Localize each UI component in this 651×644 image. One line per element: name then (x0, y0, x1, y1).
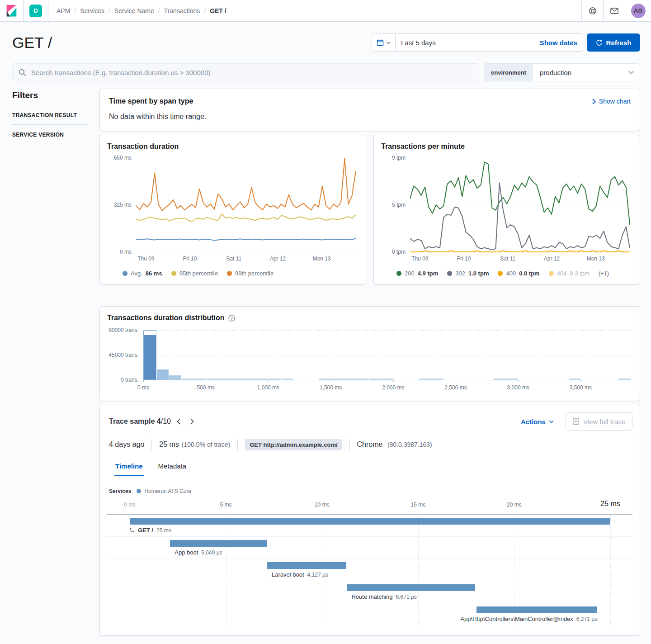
legend-item-302[interactable]: 3021.0 tpm (447, 270, 489, 277)
topbar: D APM/Services/Service Name/Transactions… (0, 0, 651, 22)
legend-item-400[interactable]: 4000.0 tpm (498, 270, 539, 277)
space-switcher[interactable]: D (24, 0, 48, 21)
x-axis-label: 2,500 ms (444, 384, 467, 391)
histogram-plot-area[interactable]: 90000 trans.45000 trans.0 trans. (143, 330, 631, 380)
search-input[interactable] (30, 68, 473, 77)
axis-tick (518, 380, 519, 382)
actions-dropdown[interactable]: Actions (521, 418, 554, 426)
user-menu[interactable]: AG (625, 0, 651, 21)
avatar[interactable]: AG (631, 4, 646, 18)
breadcrumb-item[interactable]: APM (57, 7, 70, 14)
series-line-99th-percentile (136, 159, 356, 211)
date-picker[interactable]: Last 5 days Show dates (372, 33, 583, 52)
breadcrumb: APM/Services/Service Name/Transactions/G… (48, 7, 235, 14)
waterfall-body: GET /25 msApp boot5,049 µsLaravel boot4,… (107, 514, 632, 628)
x-axis-label: 3,000 ms (507, 384, 529, 391)
trace-summary: 4 days ago 25 ms(100.0% of trace) GET ht… (109, 439, 632, 450)
x-axis: Thu 09Fri 10Sat 11Apr 12Mon 13 (410, 256, 630, 263)
space-badge[interactable]: D (29, 5, 42, 17)
x-axis-label: Fri 10 (183, 256, 197, 262)
span-bar[interactable] (347, 584, 475, 591)
span-label[interactable]: Route matching6,671 µs (351, 593, 416, 600)
chevron-down-icon (549, 420, 554, 423)
x-axis-label: 10 ms (315, 502, 330, 508)
chart-series-svg (136, 158, 356, 252)
transaction-bar[interactable] (130, 518, 610, 525)
chart-plot-area[interactable]: 9 tpm5 tpm0 tpm (410, 158, 630, 252)
user-agent: Chrome (80.0.3987.163) (357, 440, 432, 449)
transactions-per-minute-chart: 9 tpm5 tpm0 tpmThu 09Fri 10Sat 11Apr 12M… (381, 158, 632, 277)
transaction-agent-icon (130, 528, 135, 533)
environment-select[interactable]: environment production (484, 63, 640, 81)
chart-legend: 2004.9 tpm3021.0 tpm4000.0 tpm4048.3 tpm… (396, 270, 632, 277)
quick-select-menu[interactable] (372, 34, 396, 51)
search-box[interactable] (12, 63, 479, 81)
transactions-per-minute-panel: Transactions per minute 9 tpm5 tpm0 tpmT… (373, 135, 640, 284)
filters-title: Filters (12, 90, 88, 100)
y-axis-label: 0 ms (120, 249, 132, 255)
trace-sample-panel: Trace sample 4/10 Actions (99, 405, 640, 636)
filter-section-transaction-result[interactable]: TRANSACTION RESULT (12, 112, 88, 125)
view-full-trace-button[interactable]: View full trace (566, 412, 632, 431)
refresh-button[interactable]: Refresh (587, 33, 640, 52)
span-bar[interactable] (267, 562, 346, 569)
x-axis-label: Thu 09 (137, 256, 154, 262)
legend-dot (123, 271, 127, 276)
kibana-logo-button[interactable] (0, 0, 24, 21)
span-bar[interactable] (170, 540, 267, 547)
kibana-logo-icon (6, 5, 17, 17)
show-dates-link[interactable]: Show dates (534, 39, 583, 47)
x-axis-label: 15 ms (410, 502, 425, 508)
prev-sample-button[interactable] (174, 416, 184, 427)
legend-item-95th-percentile[interactable]: 95th percentile (171, 270, 218, 277)
histogram-bar-selected[interactable] (143, 330, 156, 380)
span-label[interactable]: App boot5,049 µs (175, 549, 222, 556)
legend-more[interactable]: (+1) (599, 270, 609, 277)
breadcrumb-item[interactable]: Services (80, 7, 104, 14)
next-sample-button[interactable] (187, 416, 197, 427)
legend-item-404[interactable]: 4048.3 tpm (549, 270, 590, 277)
search-icon (19, 69, 26, 76)
tab-timeline[interactable]: Timeline (114, 458, 144, 476)
tab-metadata[interactable]: Metadata (157, 458, 188, 476)
legend-item-99th-percentile[interactable]: 99th percentile (227, 270, 274, 277)
breadcrumb-separator: / (204, 7, 206, 14)
time-range-value[interactable]: Last 5 days (396, 39, 534, 47)
trace-tabs: TimelineMetadata (107, 458, 632, 476)
breadcrumb-item[interactable]: Transactions (164, 7, 200, 14)
axis-tick (580, 380, 581, 382)
trace-duration: 25 ms(100.0% of trace) (159, 440, 230, 449)
transaction-label[interactable]: GET /25 ms (130, 527, 171, 534)
x-axis-label: Apr 12 (544, 256, 560, 262)
legend-dot (227, 271, 232, 276)
environment-label: environment (484, 64, 533, 81)
span-label[interactable]: App\Http\Controllers\MainController@inde… (460, 616, 597, 622)
x-axis-label: Mon 13 (313, 256, 331, 262)
chevron-left-icon (177, 418, 181, 425)
chevron-down-icon (628, 71, 634, 74)
x-axis-label: 20 ms (507, 502, 522, 508)
breadcrumb-item: GET / (210, 7, 226, 14)
show-chart-link[interactable]: Show chart (592, 98, 631, 105)
x-axis-label: 3,500 ms (570, 384, 592, 391)
chart-plot-area[interactable]: 650 ms325 ms0 ms (136, 158, 356, 252)
help-button[interactable] (581, 0, 603, 21)
chart-series-svg (410, 158, 630, 252)
help-tooltip-icon[interactable]: ? (228, 315, 235, 322)
y-axis-label: 0 tpm (392, 249, 406, 255)
newsfeed-button[interactable] (603, 0, 625, 21)
span-bar[interactable] (476, 606, 597, 613)
service-color-dot (137, 489, 141, 493)
span-label[interactable]: Laravel boot4,127 µs (272, 571, 328, 578)
histogram-bar[interactable] (169, 375, 181, 380)
x-axis-label: 25 ms (600, 500, 620, 508)
histogram-bar[interactable] (157, 369, 169, 380)
empty-message: No data within this time range. (109, 113, 631, 121)
filter-section-service-version[interactable]: SERVICE VERSION (12, 132, 88, 144)
legend-item-avg-[interactable]: Avg.86 ms (123, 270, 162, 277)
x-axis-label: 1,000 ms (257, 384, 279, 391)
service-legend-item[interactable]: Homerun ATS Core (137, 488, 191, 494)
breadcrumb-item[interactable]: Service Name (114, 7, 154, 14)
legend-item-200[interactable]: 2004.9 tpm (396, 270, 438, 277)
axis-tick (456, 380, 456, 382)
